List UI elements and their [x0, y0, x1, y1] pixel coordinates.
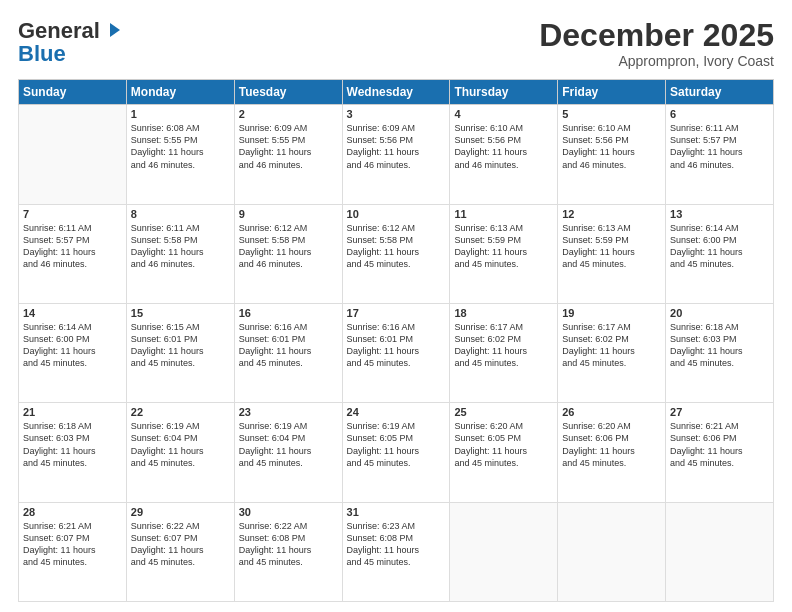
day-number: 18	[454, 307, 553, 319]
day-info: Sunrise: 6:08 AM Sunset: 5:55 PM Dayligh…	[131, 122, 230, 171]
logo-icon	[102, 19, 124, 41]
day-number: 4	[454, 108, 553, 120]
calendar-cell: 31Sunrise: 6:23 AM Sunset: 6:08 PM Dayli…	[342, 502, 450, 601]
logo-blue: Blue	[18, 44, 66, 64]
calendar-week-row: 14Sunrise: 6:14 AM Sunset: 6:00 PM Dayli…	[19, 303, 774, 402]
day-number: 17	[347, 307, 446, 319]
calendar-cell: 14Sunrise: 6:14 AM Sunset: 6:00 PM Dayli…	[19, 303, 127, 402]
day-number: 21	[23, 406, 122, 418]
col-header-saturday: Saturday	[666, 80, 774, 105]
day-info: Sunrise: 6:19 AM Sunset: 6:05 PM Dayligh…	[347, 420, 446, 469]
calendar-cell: 6Sunrise: 6:11 AM Sunset: 5:57 PM Daylig…	[666, 105, 774, 204]
day-info: Sunrise: 6:19 AM Sunset: 6:04 PM Dayligh…	[131, 420, 230, 469]
day-info: Sunrise: 6:09 AM Sunset: 5:55 PM Dayligh…	[239, 122, 338, 171]
calendar-cell: 21Sunrise: 6:18 AM Sunset: 6:03 PM Dayli…	[19, 403, 127, 502]
day-number: 28	[23, 506, 122, 518]
day-info: Sunrise: 6:11 AM Sunset: 5:57 PM Dayligh…	[23, 222, 122, 271]
calendar-week-row: 28Sunrise: 6:21 AM Sunset: 6:07 PM Dayli…	[19, 502, 774, 601]
day-number: 20	[670, 307, 769, 319]
day-number: 5	[562, 108, 661, 120]
day-info: Sunrise: 6:22 AM Sunset: 6:08 PM Dayligh…	[239, 520, 338, 569]
calendar-cell: 15Sunrise: 6:15 AM Sunset: 6:01 PM Dayli…	[126, 303, 234, 402]
calendar-cell	[666, 502, 774, 601]
calendar-week-row: 21Sunrise: 6:18 AM Sunset: 6:03 PM Dayli…	[19, 403, 774, 502]
day-number: 30	[239, 506, 338, 518]
calendar-week-row: 1Sunrise: 6:08 AM Sunset: 5:55 PM Daylig…	[19, 105, 774, 204]
day-info: Sunrise: 6:22 AM Sunset: 6:07 PM Dayligh…	[131, 520, 230, 569]
day-info: Sunrise: 6:09 AM Sunset: 5:56 PM Dayligh…	[347, 122, 446, 171]
day-info: Sunrise: 6:17 AM Sunset: 6:02 PM Dayligh…	[454, 321, 553, 370]
col-header-sunday: Sunday	[19, 80, 127, 105]
day-info: Sunrise: 6:18 AM Sunset: 6:03 PM Dayligh…	[670, 321, 769, 370]
calendar-cell: 26Sunrise: 6:20 AM Sunset: 6:06 PM Dayli…	[558, 403, 666, 502]
day-info: Sunrise: 6:11 AM Sunset: 5:58 PM Dayligh…	[131, 222, 230, 271]
title-block: December 2025 Apprompron, Ivory Coast	[539, 18, 774, 69]
calendar-cell	[558, 502, 666, 601]
day-info: Sunrise: 6:10 AM Sunset: 5:56 PM Dayligh…	[562, 122, 661, 171]
calendar-cell: 9Sunrise: 6:12 AM Sunset: 5:58 PM Daylig…	[234, 204, 342, 303]
header: General Blue December 2025 Apprompron, I…	[18, 18, 774, 69]
day-number: 29	[131, 506, 230, 518]
calendar-cell: 24Sunrise: 6:19 AM Sunset: 6:05 PM Dayli…	[342, 403, 450, 502]
calendar-cell: 27Sunrise: 6:21 AM Sunset: 6:06 PM Dayli…	[666, 403, 774, 502]
calendar-cell: 16Sunrise: 6:16 AM Sunset: 6:01 PM Dayli…	[234, 303, 342, 402]
calendar-cell: 20Sunrise: 6:18 AM Sunset: 6:03 PM Dayli…	[666, 303, 774, 402]
calendar-cell: 12Sunrise: 6:13 AM Sunset: 5:59 PM Dayli…	[558, 204, 666, 303]
calendar-header-row: SundayMondayTuesdayWednesdayThursdayFrid…	[19, 80, 774, 105]
day-info: Sunrise: 6:17 AM Sunset: 6:02 PM Dayligh…	[562, 321, 661, 370]
day-number: 15	[131, 307, 230, 319]
calendar-cell: 10Sunrise: 6:12 AM Sunset: 5:58 PM Dayli…	[342, 204, 450, 303]
calendar-cell: 30Sunrise: 6:22 AM Sunset: 6:08 PM Dayli…	[234, 502, 342, 601]
calendar-cell: 23Sunrise: 6:19 AM Sunset: 6:04 PM Dayli…	[234, 403, 342, 502]
day-number: 12	[562, 208, 661, 220]
calendar-cell: 1Sunrise: 6:08 AM Sunset: 5:55 PM Daylig…	[126, 105, 234, 204]
day-info: Sunrise: 6:19 AM Sunset: 6:04 PM Dayligh…	[239, 420, 338, 469]
calendar-cell	[450, 502, 558, 601]
col-header-monday: Monday	[126, 80, 234, 105]
day-info: Sunrise: 6:10 AM Sunset: 5:56 PM Dayligh…	[454, 122, 553, 171]
day-info: Sunrise: 6:23 AM Sunset: 6:08 PM Dayligh…	[347, 520, 446, 569]
calendar-cell: 2Sunrise: 6:09 AM Sunset: 5:55 PM Daylig…	[234, 105, 342, 204]
calendar-cell: 28Sunrise: 6:21 AM Sunset: 6:07 PM Dayli…	[19, 502, 127, 601]
day-info: Sunrise: 6:20 AM Sunset: 6:06 PM Dayligh…	[562, 420, 661, 469]
calendar-cell: 17Sunrise: 6:16 AM Sunset: 6:01 PM Dayli…	[342, 303, 450, 402]
logo: General Blue	[18, 18, 124, 64]
month-title: December 2025	[539, 18, 774, 53]
day-number: 13	[670, 208, 769, 220]
day-number: 26	[562, 406, 661, 418]
location: Apprompron, Ivory Coast	[539, 53, 774, 69]
calendar-cell: 13Sunrise: 6:14 AM Sunset: 6:00 PM Dayli…	[666, 204, 774, 303]
day-number: 6	[670, 108, 769, 120]
day-number: 3	[347, 108, 446, 120]
day-info: Sunrise: 6:14 AM Sunset: 6:00 PM Dayligh…	[23, 321, 122, 370]
calendar-cell: 3Sunrise: 6:09 AM Sunset: 5:56 PM Daylig…	[342, 105, 450, 204]
calendar-cell: 7Sunrise: 6:11 AM Sunset: 5:57 PM Daylig…	[19, 204, 127, 303]
day-info: Sunrise: 6:12 AM Sunset: 5:58 PM Dayligh…	[347, 222, 446, 271]
day-number: 2	[239, 108, 338, 120]
calendar-cell: 25Sunrise: 6:20 AM Sunset: 6:05 PM Dayli…	[450, 403, 558, 502]
col-header-wednesday: Wednesday	[342, 80, 450, 105]
day-number: 31	[347, 506, 446, 518]
day-number: 19	[562, 307, 661, 319]
day-number: 14	[23, 307, 122, 319]
calendar-cell: 8Sunrise: 6:11 AM Sunset: 5:58 PM Daylig…	[126, 204, 234, 303]
calendar-cell: 19Sunrise: 6:17 AM Sunset: 6:02 PM Dayli…	[558, 303, 666, 402]
day-number: 27	[670, 406, 769, 418]
calendar-cell: 22Sunrise: 6:19 AM Sunset: 6:04 PM Dayli…	[126, 403, 234, 502]
calendar-cell: 29Sunrise: 6:22 AM Sunset: 6:07 PM Dayli…	[126, 502, 234, 601]
page: General Blue December 2025 Apprompron, I…	[0, 0, 792, 612]
day-info: Sunrise: 6:21 AM Sunset: 6:07 PM Dayligh…	[23, 520, 122, 569]
day-number: 11	[454, 208, 553, 220]
day-info: Sunrise: 6:13 AM Sunset: 5:59 PM Dayligh…	[454, 222, 553, 271]
day-number: 9	[239, 208, 338, 220]
day-number: 22	[131, 406, 230, 418]
calendar-week-row: 7Sunrise: 6:11 AM Sunset: 5:57 PM Daylig…	[19, 204, 774, 303]
col-header-thursday: Thursday	[450, 80, 558, 105]
day-info: Sunrise: 6:20 AM Sunset: 6:05 PM Dayligh…	[454, 420, 553, 469]
calendar-cell: 11Sunrise: 6:13 AM Sunset: 5:59 PM Dayli…	[450, 204, 558, 303]
day-number: 16	[239, 307, 338, 319]
day-number: 7	[23, 208, 122, 220]
day-info: Sunrise: 6:13 AM Sunset: 5:59 PM Dayligh…	[562, 222, 661, 271]
day-number: 25	[454, 406, 553, 418]
day-info: Sunrise: 6:14 AM Sunset: 6:00 PM Dayligh…	[670, 222, 769, 271]
